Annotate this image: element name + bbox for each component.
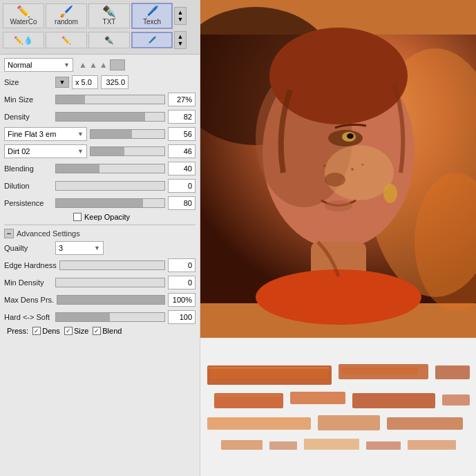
min-density-value[interactable]: 0 xyxy=(168,276,196,289)
dilution-label: Dilution xyxy=(4,182,53,190)
portrait-svg xyxy=(200,0,476,338)
size-small-box[interactable]: ▼ xyxy=(55,77,69,88)
density-label: Density xyxy=(4,113,53,121)
brush-sub-3[interactable]: 🖊️ xyxy=(131,32,173,48)
texch-icon: 🖊️ xyxy=(145,6,159,17)
dens-checkbox[interactable] xyxy=(32,327,41,335)
blend-rect-btn[interactable] xyxy=(110,59,125,70)
dens-label: Dens xyxy=(42,327,60,335)
min-density-slider-container: 0 xyxy=(55,276,196,289)
divider-1 xyxy=(4,225,196,225)
tri-btn-1[interactable]: ▲ xyxy=(79,60,87,70)
persistence-row: Persistence 80 xyxy=(4,196,196,211)
size-checkbox[interactable] xyxy=(64,327,73,335)
min-size-label: Min Size xyxy=(4,95,53,104)
press-row: Press: Dens Size Blend xyxy=(4,327,196,335)
hard-soft-slider-container: 100 xyxy=(55,310,196,324)
dilution-slider[interactable] xyxy=(55,181,165,191)
dirt-row: Dirt 02 ▼ 46 xyxy=(4,144,196,159)
svg-rect-23 xyxy=(342,368,418,374)
persistence-slider[interactable] xyxy=(55,198,165,208)
size-multiplier[interactable]: x 5.0 xyxy=(72,75,98,89)
controls-panel: Normal ▼ ▲ ▲ ▲ Size ▼ x 5.0 325.0 Min xyxy=(0,55,200,476)
brush-item-texch[interactable]: 🖊️ Texch xyxy=(131,3,173,29)
hard-soft-value[interactable]: 100 xyxy=(168,310,196,324)
edge-hardness-slider[interactable] xyxy=(59,260,165,270)
svg-rect-32 xyxy=(221,440,263,450)
hard-soft-slider[interactable] xyxy=(55,312,165,322)
tri-btn-3[interactable]: ▲ xyxy=(99,60,108,70)
blend-mode-arrow: ▼ xyxy=(64,61,70,68)
svg-point-14 xyxy=(383,184,397,203)
max-dens-prs-row: Max Dens Prs. 100% xyxy=(4,292,196,307)
quality-arrow: ▼ xyxy=(94,245,100,251)
brush-item-waterco[interactable]: ✏️ WaterCo xyxy=(3,3,44,28)
svg-rect-27 xyxy=(352,393,435,408)
persistence-slider-container: 80 xyxy=(55,196,196,210)
hard-soft-row: Hard <-> Soft 100 xyxy=(4,310,196,325)
max-dens-prs-value[interactable]: 100% xyxy=(168,293,196,307)
min-density-label: Min Density xyxy=(4,278,53,287)
advanced-settings-header[interactable]: − Advanced Settings xyxy=(4,229,196,238)
advanced-collapse-btn[interactable]: − xyxy=(4,229,14,238)
edge-hardness-value[interactable]: 0 xyxy=(168,258,196,272)
svg-point-15 xyxy=(351,168,354,171)
min-density-slider[interactable] xyxy=(55,278,165,287)
blend-checkbox[interactable] xyxy=(93,327,101,335)
random-icon: 🖌️ xyxy=(59,6,73,17)
brush-sub-0[interactable]: ✏️💧 xyxy=(3,32,44,48)
blending-slider[interactable] xyxy=(55,164,165,173)
brush-label-waterco: WaterCo xyxy=(10,18,37,26)
blending-value[interactable]: 40 xyxy=(168,162,196,175)
dirt-slider[interactable] xyxy=(90,146,165,156)
fine-flat-arrow: ▼ xyxy=(77,131,84,137)
svg-rect-38 xyxy=(216,394,281,397)
hard-soft-label: Hard <-> Soft xyxy=(4,313,53,321)
fine-flat-num[interactable]: 56 xyxy=(168,127,196,141)
keep-opacity-checkbox[interactable] xyxy=(73,213,82,221)
dirt-slider-container: 46 xyxy=(90,144,196,158)
brush-item-txt[interactable]: ✒️ TXT xyxy=(88,3,130,28)
scroll-up-icon[interactable]: ▲ xyxy=(178,9,184,16)
blend-mode-dropdown[interactable]: Normal ▼ xyxy=(4,58,73,72)
svg-rect-30 xyxy=(318,415,380,430)
scroll-down-icon[interactable]: ▼ xyxy=(178,16,184,23)
brush-scroll-btn[interactable]: ▲ ▼ xyxy=(174,7,187,25)
scroll-down2-icon[interactable]: ▼ xyxy=(178,40,184,47)
min-size-value[interactable]: 27% xyxy=(168,93,196,106)
svg-rect-26 xyxy=(290,392,345,404)
dirt-dropdown[interactable]: Dirt 02 ▼ xyxy=(4,144,87,158)
brush-item-random[interactable]: 🖌️ random xyxy=(46,3,87,28)
persistence-value[interactable]: 80 xyxy=(168,196,196,210)
fine-flat-row: Fine Flat 3 em ▼ 56 xyxy=(4,126,196,142)
brush-row-bottom: ✏️💧 ✏️ ✒️ 🖊️ ▲ ▼ xyxy=(3,31,197,49)
brush-sub-scroll-btn[interactable]: ▲ ▼ xyxy=(174,31,187,49)
min-size-slider-container: 27% xyxy=(55,93,196,106)
dilution-value[interactable]: 0 xyxy=(168,179,196,193)
dirt-value: Dirt 02 xyxy=(8,147,30,155)
svg-rect-37 xyxy=(209,367,330,369)
fine-flat-slider[interactable] xyxy=(90,129,165,139)
density-slider[interactable] xyxy=(55,112,165,122)
dilution-slider-container: 0 xyxy=(55,179,196,193)
scroll-up2-icon[interactable]: ▲ xyxy=(178,33,184,40)
brush-selector: ✏️ WaterCo 🖌️ random ✒️ TXT 🖊️ Texch ▲ xyxy=(0,0,200,55)
brush-row-top: ✏️ WaterCo 🖌️ random ✒️ TXT 🖊️ Texch ▲ xyxy=(3,3,197,29)
blend-mode-row: Normal ▼ ▲ ▲ ▲ xyxy=(4,57,196,73)
tri-btn-2[interactable]: ▲ xyxy=(89,60,97,70)
quality-label: Quailty xyxy=(4,244,53,252)
dirt-num[interactable]: 46 xyxy=(168,144,196,158)
brush-sub-1[interactable]: ✏️ xyxy=(46,32,87,48)
quality-dropdown[interactable]: 3 ▼ xyxy=(55,241,104,255)
size-value[interactable]: 325.0 xyxy=(101,75,128,89)
max-dens-prs-slider[interactable] xyxy=(57,295,165,305)
fine-flat-dropdown[interactable]: Fine Flat 3 em ▼ xyxy=(4,127,87,141)
min-size-row: Min Size 27% xyxy=(4,92,196,107)
edge-hardness-row: Edge Hardness 0 xyxy=(4,258,196,273)
min-size-slider[interactable] xyxy=(55,95,165,104)
left-panel: ✏️ WaterCo 🖌️ random ✒️ TXT 🖊️ Texch ▲ xyxy=(0,0,200,476)
brush-sub-2[interactable]: ✒️ xyxy=(88,32,130,48)
svg-rect-36 xyxy=(408,440,456,450)
density-value[interactable]: 82 xyxy=(168,110,196,124)
svg-point-16 xyxy=(362,164,364,166)
